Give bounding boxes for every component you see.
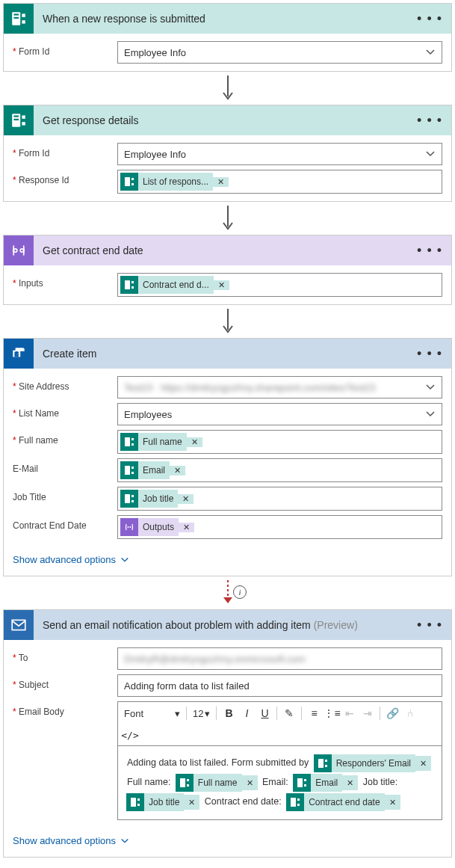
forms-icon	[4, 105, 34, 135]
link-button[interactable]: 🔗	[385, 706, 400, 721]
chevron-down-icon	[425, 382, 436, 393]
info-icon[interactable]: i	[233, 585, 247, 599]
dynamic-token[interactable]: Outputs✕	[120, 518, 194, 536]
forms-icon	[120, 173, 138, 191]
dynamic-token[interactable]: Email✕	[293, 774, 358, 792]
dynamic-token[interactable]: Responders' Email✕	[314, 754, 431, 772]
dynamic-token[interactable]: Job title✕	[126, 793, 199, 811]
contract-end-input[interactable]: Outputs✕	[117, 515, 442, 539]
form-id-label: Form Id	[13, 143, 117, 158]
mail-icon	[4, 610, 34, 640]
chevron-down-icon	[425, 149, 436, 159]
show-advanced-options[interactable]: Show advanced options	[4, 828, 451, 857]
remove-token[interactable]: ✕	[178, 494, 194, 504]
card-header[interactable]: Get contract end date • • •	[4, 236, 451, 265]
card-title: Create item	[34, 348, 417, 360]
outdent-button[interactable]: ⇤	[342, 706, 357, 721]
subject-label: Subject	[13, 674, 117, 690]
email-label: E-Mail	[13, 458, 117, 474]
site-address-select[interactable]: Test23 · https://dmitryogozhny.sharepoin…	[117, 376, 442, 398]
response-id-input[interactable]: List of respons... ✕	[117, 170, 442, 194]
dynamic-token[interactable]: List of respons... ✕	[120, 173, 229, 191]
forms-icon	[4, 4, 34, 34]
dynamic-token[interactable]: Contract end d... ✕	[120, 276, 229, 294]
bold-button[interactable]: B	[221, 706, 236, 721]
show-advanced-options[interactable]: Show advanced options	[4, 547, 451, 576]
unlink-button[interactable]: ⑃	[403, 706, 418, 721]
trigger-card: When a new response is submitted • • • F…	[3, 3, 452, 72]
bullet-list-button[interactable]: ≡	[306, 706, 321, 721]
chevron-down-icon	[120, 837, 129, 846]
remove-token[interactable]: ✕	[187, 437, 202, 447]
full-name-label: Full name	[13, 430, 117, 446]
forms-icon	[120, 490, 138, 508]
code-icon	[120, 518, 138, 536]
chevron-down-icon	[120, 555, 129, 564]
form-id-select[interactable]: Employee Info	[117, 41, 442, 64]
to-input[interactable]: DmitryR@dmitryogozhny.onmicrosoft.com	[117, 647, 442, 670]
color-button[interactable]: ✎	[282, 706, 297, 721]
dynamic-token[interactable]: Full name✕	[120, 433, 202, 451]
card-menu-button[interactable]: • • •	[417, 11, 442, 27]
html-view-button[interactable]: </>	[123, 727, 137, 742]
dynamic-token[interactable]: Job title✕	[120, 490, 194, 508]
indent-button[interactable]: ⇥	[360, 706, 375, 721]
get-response-card: Get response details • • • Form Id Emplo…	[3, 105, 452, 202]
forms-icon	[176, 774, 194, 792]
connector-arrow-error: i	[3, 576, 452, 609]
forms-icon	[314, 754, 332, 772]
contract-date-card: Get contract end date • • • Inputs Contr…	[3, 235, 452, 305]
forms-icon	[120, 433, 138, 451]
list-name-select[interactable]: Employees	[117, 403, 442, 425]
card-header[interactable]: Send an email notification about problem…	[4, 610, 451, 640]
remove-token[interactable]: ✕	[213, 177, 229, 187]
inputs-label: Inputs	[13, 273, 117, 289]
list-name-label: List Name	[13, 403, 117, 419]
remove-token[interactable]: ✕	[184, 795, 199, 810]
create-item-card: Create item • • • Site Address Test23 · …	[3, 338, 452, 576]
forms-icon	[293, 774, 311, 792]
remove-token[interactable]: ✕	[415, 756, 431, 772]
body-label: Email Body	[13, 701, 117, 717]
remove-token[interactable]: ✕	[385, 795, 400, 810]
email-body-editor[interactable]: Adding data to list failed. Form submitt…	[117, 745, 442, 820]
card-title: Get contract end date	[34, 244, 417, 256]
card-menu-button[interactable]: • • •	[417, 243, 442, 259]
size-select[interactable]: 12 ▾	[191, 705, 211, 721]
card-title: When a new response is submitted	[34, 13, 417, 25]
chevron-down-icon	[425, 409, 436, 419]
underline-button[interactable]: U	[257, 706, 272, 721]
inputs-field[interactable]: Contract end d... ✕	[117, 273, 442, 297]
number-list-button[interactable]: ⋮≡	[324, 706, 339, 721]
code-icon	[4, 236, 34, 265]
subject-input[interactable]: Adding form data to list failed	[117, 674, 442, 697]
form-id-label: Form Id	[13, 41, 117, 57]
full-name-input[interactable]: Full name✕	[117, 430, 442, 454]
card-menu-button[interactable]: • • •	[417, 618, 442, 633]
dynamic-token[interactable]: Email✕	[120, 461, 185, 479]
job-title-label: Job Title	[13, 487, 117, 502]
card-menu-button[interactable]: • • •	[417, 346, 442, 362]
forms-icon	[120, 276, 138, 294]
remove-token[interactable]: ✕	[242, 775, 258, 791]
dynamic-token[interactable]: Contract end date✕	[286, 793, 400, 811]
card-header[interactable]: When a new response is submitted • • •	[4, 4, 451, 34]
remove-token[interactable]: ✕	[214, 280, 229, 290]
job-title-input[interactable]: Job title✕	[117, 487, 442, 511]
card-menu-button[interactable]: • • •	[417, 113, 442, 129]
remove-token[interactable]: ✕	[342, 775, 358, 791]
remove-token[interactable]: ✕	[179, 523, 194, 532]
rte-toolbar: Font ▾ 12 ▾ B I U ✎ ≡ ⋮≡ ⇤ ⇥ 🔗 ⑃	[117, 701, 442, 745]
forms-icon	[126, 793, 144, 811]
email-input[interactable]: Email✕	[117, 458, 442, 482]
form-id-select[interactable]: Employee Info	[117, 143, 442, 165]
to-label: To	[13, 647, 117, 663]
response-id-label: Response Id	[13, 170, 117, 185]
dynamic-token[interactable]: Full name✕	[176, 774, 258, 792]
site-address-label: Site Address	[13, 376, 117, 392]
card-header[interactable]: Create item • • •	[4, 339, 451, 369]
remove-token[interactable]: ✕	[170, 466, 185, 475]
font-select[interactable]: Font ▾	[123, 705, 182, 721]
card-header[interactable]: Get response details • • •	[4, 105, 451, 135]
italic-button[interactable]: I	[239, 706, 254, 721]
